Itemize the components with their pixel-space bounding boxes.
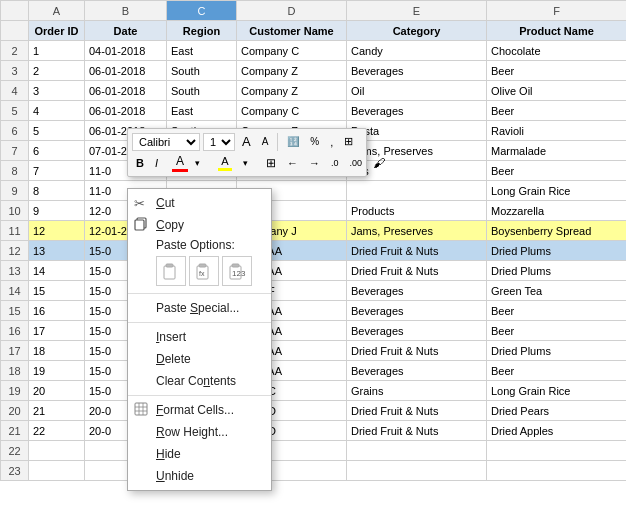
data-cell[interactable]: East <box>167 101 237 121</box>
data-cell[interactable]: 13 <box>29 241 85 261</box>
bold-btn[interactable]: B <box>132 155 148 171</box>
table-row[interactable]: 3206-01-2018SouthCompany ZBeveragesBeer <box>1 61 627 81</box>
fill-color-btn[interactable]: A <box>214 153 236 173</box>
fill-color-dropdown[interactable]: ▾ <box>239 156 252 170</box>
size-select[interactable]: 11 <box>203 133 235 151</box>
col-header-e[interactable]: E <box>347 1 487 21</box>
col-header-b[interactable]: B <box>85 1 167 21</box>
data-cell[interactable]: 19 <box>29 361 85 381</box>
data-cell[interactable]: Beverages <box>347 281 487 301</box>
table-row[interactable]: 9811-0Long Grain Rice <box>1 181 627 201</box>
paste-icon-values[interactable]: 123 <box>222 256 252 286</box>
data-cell[interactable]: Company C <box>237 101 347 121</box>
data-cell[interactable] <box>487 461 627 481</box>
data-cell[interactable]: Dried Fruit & Nuts <box>347 341 487 361</box>
data-cell[interactable] <box>347 441 487 461</box>
data-cell[interactable]: East <box>167 41 237 61</box>
data-cell[interactable]: Dried Fruit & Nuts <box>347 421 487 441</box>
table-row[interactable]: 171815-0pany AADried Fruit & NutsDried P… <box>1 341 627 361</box>
data-cell[interactable] <box>29 461 85 481</box>
data-cell[interactable]: 20 <box>29 381 85 401</box>
paste-icon-clipboard[interactable] <box>156 256 186 286</box>
data-cell[interactable]: 04-01-2018 <box>85 41 167 61</box>
data-cell[interactable]: Beer <box>487 361 627 381</box>
data-cell[interactable]: Dried Fruit & Nuts <box>347 241 487 261</box>
table-row[interactable]: Order IDDateRegionCustomer NameCategoryP… <box>1 21 627 41</box>
data-cell[interactable]: 6 <box>29 141 85 161</box>
ctx-cut[interactable]: ✂ Cut <box>128 192 271 214</box>
table-row[interactable]: 151615-0pany AABeveragesBeer <box>1 301 627 321</box>
data-cell[interactable]: 21 <box>29 401 85 421</box>
data-cell[interactable] <box>347 181 487 201</box>
paste-icon-formula[interactable]: fx <box>189 256 219 286</box>
table-row[interactable]: 121315-0pany AADried Fruit & NutsDried P… <box>1 241 627 261</box>
ctx-hide[interactable]: Hide <box>128 443 271 465</box>
ctx-row-height[interactable]: Row Height... <box>128 421 271 443</box>
font-grow-btn[interactable]: A <box>238 132 255 151</box>
data-cell[interactable]: Beer <box>487 161 627 181</box>
font-color-dropdown[interactable]: ▾ <box>191 156 204 170</box>
table-row[interactable]: 141515-0pany FBeveragesGreen Tea <box>1 281 627 301</box>
data-cell[interactable]: 3 <box>29 81 85 101</box>
table-row[interactable]: 2104-01-2018EastCompany CCandyChocolate <box>1 41 627 61</box>
ctx-copy[interactable]: Copy <box>128 214 271 236</box>
data-cell[interactable]: Chocolate <box>487 41 627 61</box>
data-cell[interactable]: Boysenberry Spread <box>487 221 627 241</box>
data-cell[interactable]: 18 <box>29 341 85 361</box>
decrease-indent-btn[interactable]: ← <box>283 155 302 171</box>
table-row[interactable]: 131415-0pany AADried Fruit & NutsDried P… <box>1 261 627 281</box>
increase-decimal-btn[interactable]: .00 <box>346 156 367 170</box>
data-cell[interactable]: 22 <box>29 421 85 441</box>
table-row[interactable]: 161715-0pany AABeveragesBeer <box>1 321 627 341</box>
table-row[interactable]: 202120-0pany DDried Fruit & NutsDried Pe… <box>1 401 627 421</box>
data-cell[interactable]: 16 <box>29 301 85 321</box>
data-cell[interactable]: Long Grain Rice <box>487 381 627 401</box>
data-cell[interactable]: Beer <box>487 101 627 121</box>
data-cell[interactable]: Candy <box>347 41 487 61</box>
data-cell[interactable]: Company Z <box>237 81 347 101</box>
data-cell[interactable]: Long Grain Rice <box>487 181 627 201</box>
italic-btn[interactable]: I <box>151 155 162 171</box>
data-cell[interactable]: Green Tea <box>487 281 627 301</box>
data-cell[interactable]: Olive Oil <box>487 81 627 101</box>
data-cell[interactable]: 14 <box>29 261 85 281</box>
data-cell[interactable] <box>29 441 85 461</box>
table-row[interactable]: 23 <box>1 461 627 481</box>
data-cell[interactable]: Marmalade <box>487 141 627 161</box>
col-header-d[interactable]: D <box>237 1 347 21</box>
increase-indent-btn[interactable]: → <box>305 155 324 171</box>
data-cell[interactable]: Company C <box>237 41 347 61</box>
ctx-clear-contents[interactable]: Clear Contents <box>128 370 271 392</box>
data-cell[interactable]: 15 <box>29 281 85 301</box>
table-row[interactable]: 5406-01-2018EastCompany CBeveragesBeer <box>1 101 627 121</box>
paint-format-btn[interactable]: 🖌 <box>369 154 389 172</box>
data-cell[interactable]: Products <box>347 201 487 221</box>
data-cell[interactable]: Beverages <box>347 61 487 81</box>
data-cell[interactable] <box>347 461 487 481</box>
number-format-btn[interactable]: 🔢 <box>283 134 303 149</box>
data-cell[interactable]: Company Z <box>237 61 347 81</box>
data-cell[interactable]: Dried Apples <box>487 421 627 441</box>
col-header-c[interactable]: C <box>167 1 237 21</box>
data-cell[interactable]: 12 <box>29 221 85 241</box>
data-cell[interactable]: 06-01-2018 <box>85 101 167 121</box>
data-cell[interactable]: 4 <box>29 101 85 121</box>
data-cell[interactable]: Mozzarella <box>487 201 627 221</box>
ctx-insert[interactable]: Insert <box>128 326 271 348</box>
data-cell[interactable]: Jams, Preserves <box>347 221 487 241</box>
data-cell[interactable]: 06-01-2018 <box>85 81 167 101</box>
data-cell[interactable]: 9 <box>29 201 85 221</box>
ctx-format-cells[interactable]: Format Cells... <box>128 399 271 421</box>
table-row[interactable]: 212220-0pany DDried Fruit & NutsDried Ap… <box>1 421 627 441</box>
data-cell[interactable]: 17 <box>29 321 85 341</box>
font-shrink-btn[interactable]: A <box>258 134 273 149</box>
data-cell[interactable]: South <box>167 61 237 81</box>
data-cell[interactable]: Dried Plums <box>487 241 627 261</box>
data-cell[interactable]: Beverages <box>347 321 487 341</box>
font-select[interactable]: Calibri <box>132 133 200 151</box>
ctx-delete[interactable]: Delete <box>128 348 271 370</box>
data-cell[interactable]: ges <box>347 161 487 181</box>
borders-btn[interactable]: ⊞ <box>262 154 280 172</box>
table-row[interactable]: 192015-0pany CGrainsLong Grain Rice <box>1 381 627 401</box>
data-cell[interactable]: 7 <box>29 161 85 181</box>
